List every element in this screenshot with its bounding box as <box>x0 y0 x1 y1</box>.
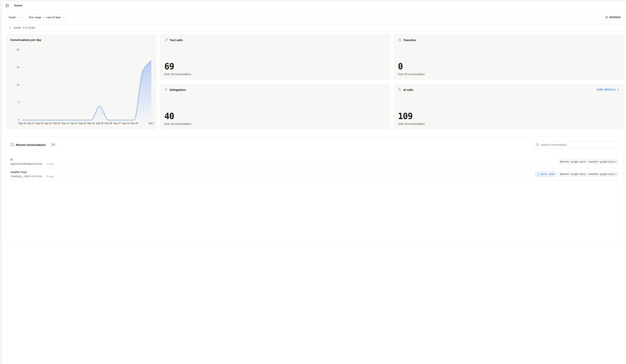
graph-dropdown-label: Graph <box>9 16 16 19</box>
y-axis-tick: 10 <box>6 83 19 86</box>
stat-card-delegations: Delegations 40 Over 35 conversations <box>160 84 313 130</box>
conversation-row[interactable]: weather innyc ZVeWXgZy_Z6WltVd73s3G · 2h… <box>6 168 313 180</box>
x-axis-tick: Sep 25 <box>96 122 104 125</box>
conversation-title: hi <box>10 158 54 161</box>
y-axis-tick: 0 <box>6 119 19 121</box>
x-axis-tick: Sep 22 <box>70 122 78 125</box>
header-divider <box>11 4 12 7</box>
graph-dropdown[interactable]: Graph <box>6 14 23 21</box>
x-axis-tick: Sep 26 <box>105 122 112 125</box>
conversation-row[interactable]: hi mqHZP2EGh9h9BpFEwEs4O · 1h ago Weathe… <box>6 156 313 168</box>
x-axis-tick: Sep 21 <box>62 122 69 125</box>
y-axis-tick: 15 <box>6 66 19 69</box>
page-header: Traces <box>2 1 313 10</box>
x-axis-tick: Sep 19 <box>44 122 52 125</box>
stat-label: Delegations <box>170 88 186 91</box>
recent-conversations-header: Recent conversations 35 <box>6 136 313 148</box>
recent-conversations-title: Recent conversations <box>16 143 46 146</box>
conversations-chart-card: Conversations per day 05101520 Sep 16Sep… <box>6 34 157 130</box>
x-axis-tick: Sep 16 <box>18 122 26 125</box>
metrics-cards: Conversations per day 05101520 Sep 16Sep… <box>6 34 313 130</box>
span-filters-toggle[interactable]: SPAN FILTERS <box>6 24 313 31</box>
x-axis-tick: Sep 23 <box>79 122 86 125</box>
arrows-left-right-icon <box>164 88 168 91</box>
x-axis-tick: Sep 28 <box>122 122 129 125</box>
stat-value: 40 <box>164 112 313 121</box>
x-axis-tick: Sep 24 <box>87 122 95 125</box>
toolbar: Graph Time range is Last 15 days REFRESH <box>6 14 313 21</box>
conversation-title: weather innyc <box>10 170 54 174</box>
stat-value: 69 <box>164 62 313 71</box>
page-content: Graph Time range is Last 15 days REFRESH… <box>2 14 313 182</box>
y-axis-tick: 20 <box>6 48 19 51</box>
wrench-icon <box>164 38 168 42</box>
x-axis-tick: Sep 18 <box>36 122 43 125</box>
span-filters-label: SPAN FILTERS <box>14 26 35 29</box>
x-axis-tick: Sep 29 <box>130 122 138 125</box>
stat-label: Tool calls <box>170 39 183 42</box>
conversations-area-chart <box>6 34 157 130</box>
chevron-right-icon <box>9 27 11 29</box>
chevron-down-icon <box>63 16 65 19</box>
x-axis-tick: Sep 27 <box>113 122 121 125</box>
main-panel: Traces Graph Time range is Last 15 days … <box>2 1 313 182</box>
time-range-operator: is <box>43 16 45 19</box>
conversation-time: 1h ago <box>46 162 54 165</box>
conversation-time: 2h ago <box>46 175 54 178</box>
separator-dot: · <box>43 162 44 165</box>
conversation-id: mqHZP2EGh9h9BpFEwEs4O <box>10 162 42 165</box>
separator-dot: · <box>43 175 44 178</box>
page-title: Traces <box>14 4 22 7</box>
x-axis-tick: Oct 1 <box>149 122 154 125</box>
x-axis-tick: Sep 17 <box>27 122 35 125</box>
chevron-down-icon <box>17 16 20 19</box>
panel-left-icon <box>5 4 9 7</box>
stat-subtitle: Over 35 conversations <box>164 73 313 76</box>
recent-conversations-card: Recent conversations 35 hi mqHZP2EGh9h9B… <box>6 136 313 182</box>
y-axis-tick: 5 <box>6 101 19 104</box>
conversation-count-badge: 35 <box>50 143 56 147</box>
conversation-list: hi mqHZP2EGh9h9BpFEwEs4O · 1h ago Weathe… <box>6 156 313 180</box>
time-range-filter[interactable]: Time range is Last 15 days <box>26 14 68 21</box>
x-axis-tick: Sep 20 <box>53 122 60 125</box>
sidebar-toggle-button[interactable] <box>4 3 10 8</box>
message-square-icon <box>10 143 14 146</box>
stat-card-tool-calls: Tool calls 69 Over 35 conversations <box>160 34 313 80</box>
time-range-field: Time range <box>29 16 41 19</box>
conversation-id: ZVeWXgZy_Z6WltVd73s3G <box>10 175 42 178</box>
time-range-value: Last 15 days <box>46 16 61 19</box>
stat-subtitle: Over 35 conversations <box>164 122 313 125</box>
